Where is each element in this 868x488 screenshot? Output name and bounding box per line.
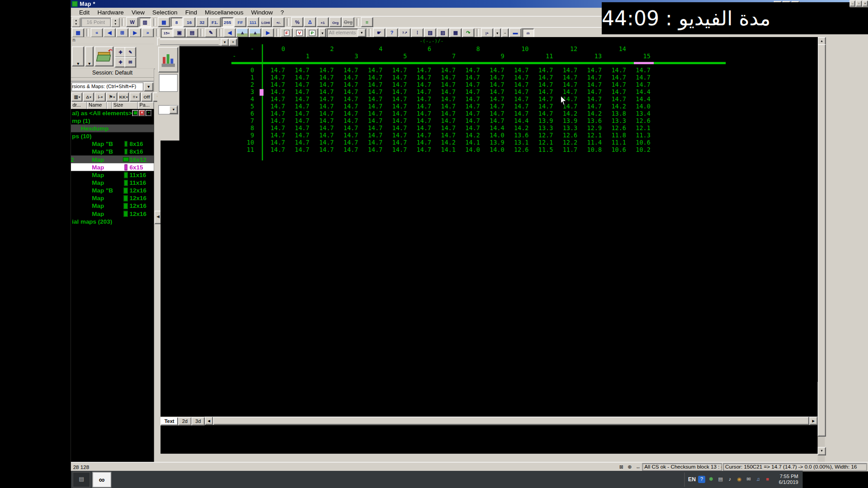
table-cell[interactable]: 14.7 <box>335 117 359 125</box>
table-cell[interactable]: 14.7 <box>286 125 311 132</box>
tree-group-item[interactable]: ial maps (203) <box>71 217 154 225</box>
menu-item-window[interactable]: Window <box>247 8 277 16</box>
panel-blue-button[interactable]: ▬ <box>509 28 522 38</box>
table-cell[interactable]: 14.7 <box>359 89 384 96</box>
context-help-button[interactable]: ?↗ <box>399 28 411 38</box>
tray-icon-6[interactable]: ♫ <box>755 476 762 483</box>
row-header[interactable]: 8 <box>231 125 262 132</box>
tree-group-item[interactable]: mp (1) <box>71 117 154 124</box>
table-cell[interactable]: 11.8 <box>603 131 627 139</box>
table-cell[interactable]: 14.1 <box>432 146 457 153</box>
row-header[interactable]: 4 <box>231 96 262 103</box>
table-cell[interactable]: 14.7 <box>286 110 311 117</box>
table-cell[interactable]: 14.7 <box>408 74 432 81</box>
view-2d-photo-icon[interactable]: ▲ <box>236 28 249 38</box>
table-cell[interactable]: 14.7 <box>286 131 311 139</box>
table-cell[interactable]: 14.7 <box>286 81 311 89</box>
col-header[interactable]: 12 <box>554 45 579 52</box>
table-cell[interactable]: 14.2 <box>603 103 627 110</box>
col-header[interactable]: 10 <box>505 45 530 52</box>
spin-up-icon[interactable]: ▲ <box>72 18 80 22</box>
table-cell[interactable]: 13.9 <box>481 139 505 146</box>
tray-icon-5[interactable]: ✉ <box>745 476 752 483</box>
table-cell[interactable]: 14.7 <box>262 89 286 96</box>
table-cell[interactable]: 14.7 <box>481 117 505 125</box>
table-cell[interactable]: 14.7 <box>262 81 286 89</box>
table-cell[interactable]: 14.7 <box>530 103 554 110</box>
table-cell[interactable]: 14.7 <box>311 117 335 125</box>
edit-pencil-button[interactable]: ✎ <box>205 28 217 38</box>
byte-width-16-button[interactable]: 16 <box>183 17 195 27</box>
table-cell[interactable]: 14.7 <box>457 81 481 89</box>
corner-minimize-icon[interactable]: – <box>850 0 856 6</box>
table-cell[interactable]: 14.7 <box>505 110 530 117</box>
table-cell[interactable]: 14.7 <box>481 103 505 110</box>
table-cell[interactable]: 14.7 <box>262 110 286 117</box>
close-icon[interactable]: × <box>229 38 237 46</box>
tool-hand-button[interactable]: ☛ <box>373 28 385 38</box>
table-cell[interactable]: 14.7 <box>311 139 335 146</box>
col-header[interactable]: 5 <box>384 52 408 60</box>
table-cell[interactable]: 14.7 <box>384 131 408 139</box>
table-cell[interactable]: 14.7 <box>286 146 311 153</box>
table-cell[interactable]: 14.7 <box>457 89 481 96</box>
table-cell[interactable]: 14.7 <box>384 67 408 74</box>
row-header[interactable]: 6 <box>231 110 262 117</box>
chart-3-button[interactable]: ▦ <box>449 28 462 38</box>
dots-button[interactable]: ⁞ <box>411 28 424 38</box>
table-cell[interactable]: 14.7 <box>627 74 651 81</box>
table-cell[interactable]: 14.7 <box>603 89 627 96</box>
tree-group-item[interactable]: Hexdump <box>71 125 154 132</box>
nav-next-icon[interactable]: ▶ <box>129 28 141 38</box>
table-cell[interactable]: 14.4 <box>481 125 505 132</box>
map-list-item[interactable]: Map12x16 <box>71 202 154 210</box>
winols-taskbar-button[interactable]: ∞ <box>92 472 111 487</box>
table-cell[interactable]: 14.7 <box>311 67 335 74</box>
table-cell[interactable]: 14.7 <box>432 117 457 125</box>
table-cell[interactable]: 14.7 <box>554 67 579 74</box>
scroll-down-icon[interactable]: ▼ <box>818 447 826 455</box>
table-cell[interactable]: 14.7 <box>579 103 603 110</box>
checksum-f-button[interactable]: F <box>281 28 293 38</box>
filter-off-button[interactable]: Off <box>141 92 152 102</box>
table-cell[interactable]: 14.7 <box>335 74 359 81</box>
display-decimal-255-button[interactable]: 255 <box>222 17 234 27</box>
table-cell[interactable]: 14.7 <box>408 110 432 117</box>
col-header[interactable]: 8 <box>457 45 481 52</box>
checksum-p-button[interactable]: P <box>306 28 318 38</box>
filter-button-5[interactable]: ≡▾ <box>130 92 141 102</box>
table-cell[interactable]: 14.7 <box>359 103 384 110</box>
versions-maps-combo[interactable]: rsions & Maps: (Ctrl+Shift+F) ▼ <box>71 82 154 92</box>
table-cell[interactable]: 14.7 <box>408 139 432 146</box>
col-header[interactable]: 9 <box>481 52 505 60</box>
table-cell[interactable]: 14.7 <box>311 131 335 139</box>
mail-button[interactable]: ✉ <box>125 57 137 67</box>
map-list-item[interactable]: 2Map16x12 <box>71 155 154 163</box>
all-elements-combo[interactable]: All elements▼ <box>326 28 366 38</box>
col-header[interactable] <box>384 45 408 52</box>
display-percent-button[interactable]: % <box>291 17 303 27</box>
table-cell[interactable]: 13.3 <box>530 125 554 132</box>
table-cell[interactable]: 14.7 <box>286 139 311 146</box>
table-cell[interactable]: 12.6 <box>554 131 579 139</box>
table-cell[interactable]: 14.7 <box>530 89 554 96</box>
col-header[interactable]: 3 <box>335 52 359 60</box>
table-cell[interactable]: 14.7 <box>505 81 530 89</box>
table-cell[interactable]: 10.2 <box>627 146 651 153</box>
table-cell[interactable]: 14.7 <box>481 96 505 103</box>
col-header[interactable] <box>408 52 432 60</box>
spinner-partial[interactable]: ▲▼ <box>72 18 80 27</box>
table-cell[interactable]: 14.7 <box>359 67 384 74</box>
view-text-mode-button[interactable]: W <box>126 17 138 27</box>
map-list-item[interactable]: Map "B8x16 <box>71 140 154 148</box>
col-header[interactable] <box>457 52 481 60</box>
map-list-item[interactable]: Map11x16 <box>71 179 154 187</box>
col-header[interactable]: 11 <box>530 52 554 60</box>
row-header[interactable]: 7 <box>231 117 262 125</box>
col-header[interactable] <box>311 52 335 60</box>
table-cell[interactable]: 14.7 <box>335 139 359 146</box>
table-cell[interactable]: 14.7 <box>481 74 505 81</box>
tab-text[interactable]: Text <box>160 417 178 425</box>
display-hex-ff-button[interactable]: FF <box>234 17 246 27</box>
table-cell[interactable]: 14.7 <box>335 146 359 153</box>
